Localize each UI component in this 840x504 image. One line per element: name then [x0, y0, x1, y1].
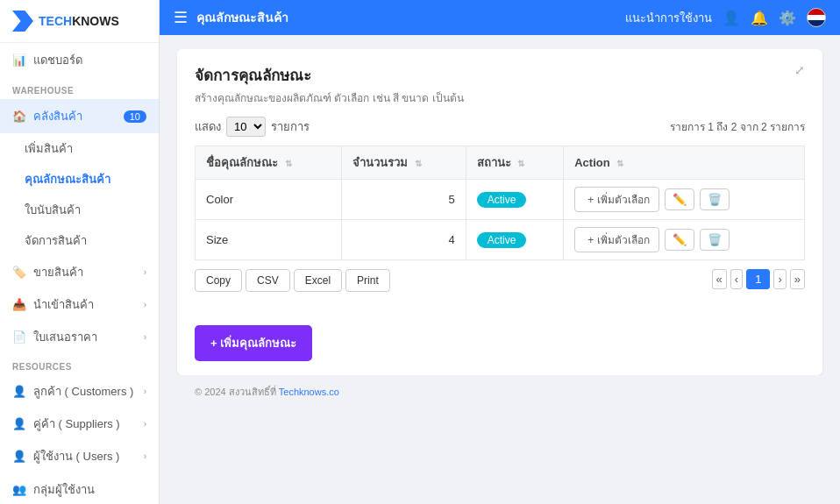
sidebar-item-bill-product[interactable]: ใบนับสินค้า: [0, 195, 159, 225]
edit-button-0[interactable]: ✏️: [665, 188, 694, 210]
cell-action-0: + เพิ่มตัวเลือก ✏️ 🗑️: [564, 180, 805, 220]
last-page-button[interactable]: »: [790, 269, 805, 289]
sidebar-item-user[interactable]: 👤 ผู้ใช้งาน ( Users ) ›: [0, 440, 159, 472]
sort-arrows-name: ⇅: [285, 159, 292, 168]
page-header-left: จัดการคุณลักษณะ สร้างคุณลักษณะของผลิตภัณ…: [195, 63, 464, 106]
page-card: จัดการคุณลักษณะ สร้างคุณลักษณะของผลิตภัณ…: [177, 49, 822, 375]
stock-badge: 10: [124, 110, 146, 123]
chevron-right-icon: ›: [144, 267, 146, 277]
sort-arrows-action: ⇅: [616, 159, 623, 168]
show-label: แสดง: [195, 117, 221, 136]
warehouse-section-title: WAREHOUSE: [0, 77, 159, 99]
cell-count-1: 4: [342, 220, 466, 260]
menu-icon[interactable]: ☰: [174, 8, 188, 27]
topbar-right: แนะนำการใช้งาน 👤 🔔 ⚙️: [625, 8, 826, 27]
table-controls: แสดง 10 25 50 รายการ รายการ 1 ถึง 2 จาก …: [195, 117, 805, 137]
bell-icon[interactable]: 🔔: [751, 10, 768, 26]
per-page-label: รายการ: [271, 117, 310, 136]
footer-link[interactable]: Techknows.co: [279, 387, 339, 397]
topbar: ☰ คุณลักษณะสินค้า แนะนำการใช้งาน 👤 🔔 ⚙️: [160, 0, 840, 35]
col-name: ชื่อคุณลักษณะ ⇅: [196, 146, 342, 180]
home-icon: 🏠: [12, 110, 26, 123]
edit-button-1[interactable]: ✏️: [665, 229, 694, 251]
table-header-row: ชื่อคุณลักษณะ ⇅ จำนวนรวม ⇅ สถานะ ⇅ Act: [196, 146, 805, 180]
status-badge-1: Active: [477, 232, 527, 248]
price-icon: 📄: [12, 330, 26, 344]
import-icon: 📥: [12, 298, 26, 311]
resources-section-title: RESOURCES: [0, 353, 159, 375]
action-buttons-0: + เพิ่มตัวเลือก ✏️ 🗑️: [574, 187, 794, 212]
sidebar-item-sell[interactable]: 🏷️ ขายสินค้า ›: [0, 256, 159, 288]
sidebar-item-attribute[interactable]: คุณลักษณะสินค้า: [0, 164, 159, 195]
sort-arrows-count: ⇅: [415, 159, 422, 168]
copy-button[interactable]: Copy: [195, 269, 242, 292]
cell-name-1: Size: [196, 220, 342, 260]
per-page-select[interactable]: 10 25 50: [226, 117, 266, 137]
show-control: แสดง 10 25 50 รายการ: [195, 117, 310, 137]
action-buttons-1: + เพิ่มตัวเลือก ✏️ 🗑️: [574, 227, 794, 252]
col-count: จำนวนรวม ⇅: [342, 146, 466, 180]
sidebar: TECHKNOWS 📊 แดชบอร์ด WAREHOUSE 🏠 คลังสิน…: [0, 0, 160, 504]
delete-button-1[interactable]: 🗑️: [700, 229, 730, 251]
sidebar-item-import[interactable]: 📥 นำเข้าสินค้า ›: [0, 288, 159, 321]
account-icon[interactable]: 👤: [723, 10, 740, 26]
footer: © 2024 สงวนสิทธิ์ที่ Techknows.co: [177, 375, 822, 408]
cell-count-0: 5: [342, 180, 466, 220]
add-option-button-1[interactable]: + เพิ่มตัวเลือก: [574, 227, 658, 252]
sidebar-item-customer[interactable]: 👤 ลูกค้า ( Customers ) ›: [0, 375, 159, 408]
csv-button[interactable]: CSV: [246, 269, 290, 292]
sort-arrows-status: ⇅: [517, 159, 524, 168]
excel-button[interactable]: Excel: [294, 269, 342, 292]
main-content: ☰ คุณลักษณะสินค้า แนะนำการใช้งาน 👤 🔔 ⚙️ …: [160, 0, 840, 504]
next-page-button[interactable]: ›: [773, 269, 786, 289]
sidebar-item-supplier[interactable]: 👤 คู่ค้า ( Suppliers ) ›: [0, 408, 159, 440]
group-icon: 👥: [12, 483, 26, 496]
page-1-button[interactable]: 1: [746, 269, 770, 289]
settings-icon[interactable]: ⚙️: [779, 10, 796, 26]
col-status: สถานะ ⇅: [466, 146, 563, 180]
language-flag[interactable]: [807, 8, 826, 27]
chart-icon: 📊: [12, 53, 26, 67]
page-header: จัดการคุณลักษณะ สร้างคุณลักษณะของผลิตภัณ…: [195, 63, 805, 106]
footer-text: © 2024 สงวนสิทธิ์ที่: [195, 387, 276, 397]
chevron-right-icon6: ›: [144, 451, 146, 461]
prev-page-button[interactable]: ‹: [730, 269, 743, 289]
record-info: รายการ 1 ถึง 2 จาก 2 รายการ: [670, 118, 805, 135]
customer-icon: 👤: [12, 385, 26, 398]
add-option-button-0[interactable]: + เพิ่มตัวเลือก: [574, 187, 658, 212]
expand-icon[interactable]: ⤢: [794, 63, 805, 77]
status-badge-0: Active: [477, 192, 527, 208]
delete-button-0[interactable]: 🗑️: [700, 188, 730, 210]
sidebar-item-dashboard[interactable]: 📊 แดชบอร์ด: [0, 43, 159, 77]
cell-status-0: Active: [466, 180, 563, 220]
col-action: Action ⇅: [564, 146, 805, 180]
attribute-table: ชื่อคุณลักษณะ ⇅ จำนวนรวม ⇅ สถานะ ⇅ Act: [195, 146, 805, 260]
table-row: Color 5 Active + เพิ่มตัวเลือก ✏️ 🗑️: [196, 180, 805, 220]
supplier-icon: 👤: [12, 417, 26, 430]
first-page-button[interactable]: «: [712, 269, 727, 289]
sidebar-item-price[interactable]: 📄 ใบเสนอราคา ›: [0, 321, 159, 353]
sidebar-item-add-product[interactable]: เพิ่มสินค้า: [0, 133, 159, 164]
chevron-right-icon3: ›: [144, 332, 146, 342]
cell-action-1: + เพิ่มตัวเลือก ✏️ 🗑️: [564, 220, 805, 260]
add-attribute-button[interactable]: + เพิ่มคุณลักษณะ: [195, 325, 312, 361]
chevron-right-icon4: ›: [144, 387, 146, 396]
chevron-right-icon5: ›: [144, 419, 146, 429]
logo-text: TECHKNOWS: [39, 14, 119, 28]
content-area: จัดการคุณลักษณะ สร้างคุณลักษณะของผลิตภัณ…: [160, 35, 840, 504]
user-icon: 👤: [12, 450, 26, 463]
pagination: « ‹ 1 › »: [712, 269, 805, 289]
sidebar-item-manage-product[interactable]: จัดการสินค้า: [0, 225, 159, 256]
topbar-title: คุณลักษณะสินค้า: [196, 8, 616, 27]
print-button[interactable]: Print: [345, 269, 390, 292]
chevron-right-icon2: ›: [144, 300, 146, 309]
add-attribute-section: + เพิ่มคุณลักษณะ: [195, 318, 805, 361]
logo-icon: [12, 11, 33, 32]
bottom-bar: Copy CSV Excel Print « ‹ 1 › »: [195, 269, 805, 304]
sidebar-item-stock[interactable]: 🏠 คลังสินค้า 10: [0, 99, 159, 133]
sidebar-item-group[interactable]: 👥 กลุ่มผู้ใช้งาน: [0, 472, 159, 504]
topbar-user-label: แนะนำการใช้งาน: [625, 9, 712, 27]
cell-name-0: Color: [196, 180, 342, 220]
page-subtitle: สร้างคุณลักษณะของผลิตภัณฑ์ ตัวเลือก เช่น…: [195, 89, 464, 106]
logo: TECHKNOWS: [0, 0, 159, 43]
